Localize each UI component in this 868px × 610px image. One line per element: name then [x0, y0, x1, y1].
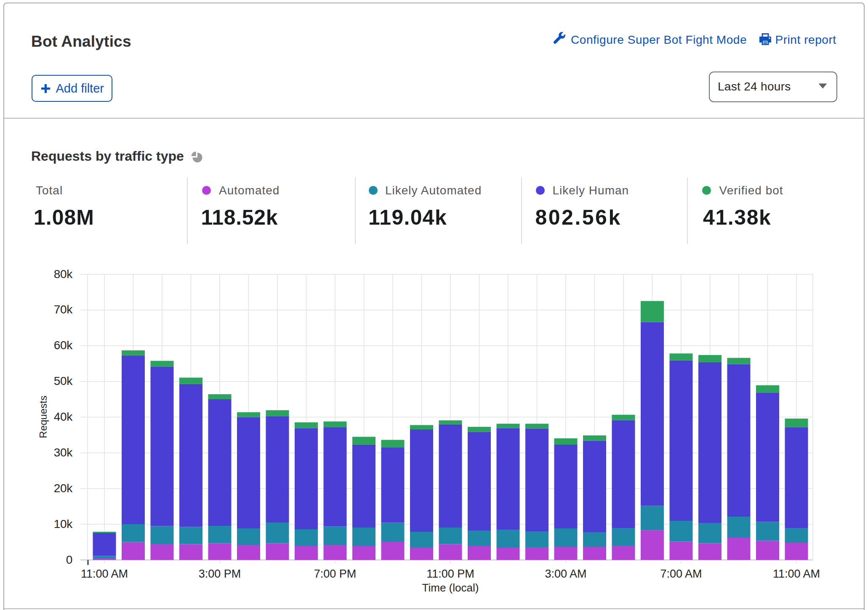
svg-text:20k: 20k: [54, 482, 73, 495]
svg-text:3:00 AM: 3:00 AM: [545, 568, 586, 580]
svg-text:11:00 AM: 11:00 AM: [773, 568, 820, 580]
svg-text:Time (local): Time (local): [422, 581, 479, 594]
svg-text:10k: 10k: [54, 517, 73, 530]
svg-text:Requests: Requests: [37, 395, 49, 438]
svg-text:3:00 PM: 3:00 PM: [199, 568, 241, 580]
svg-text:30k: 30k: [54, 446, 73, 459]
svg-text:11:00 PM: 11:00 PM: [426, 568, 474, 580]
svg-text:0: 0: [66, 553, 72, 566]
svg-text:7:00 PM: 7:00 PM: [314, 568, 357, 580]
svg-text:7:00 AM: 7:00 AM: [660, 568, 702, 580]
svg-text:80k: 80k: [54, 268, 73, 281]
svg-text:60k: 60k: [54, 339, 73, 352]
svg-text:11:00 AM: 11:00 AM: [81, 568, 128, 580]
svg-text:40k: 40k: [54, 410, 73, 423]
svg-text:50k: 50k: [54, 374, 73, 387]
svg-text:70k: 70k: [54, 303, 73, 316]
